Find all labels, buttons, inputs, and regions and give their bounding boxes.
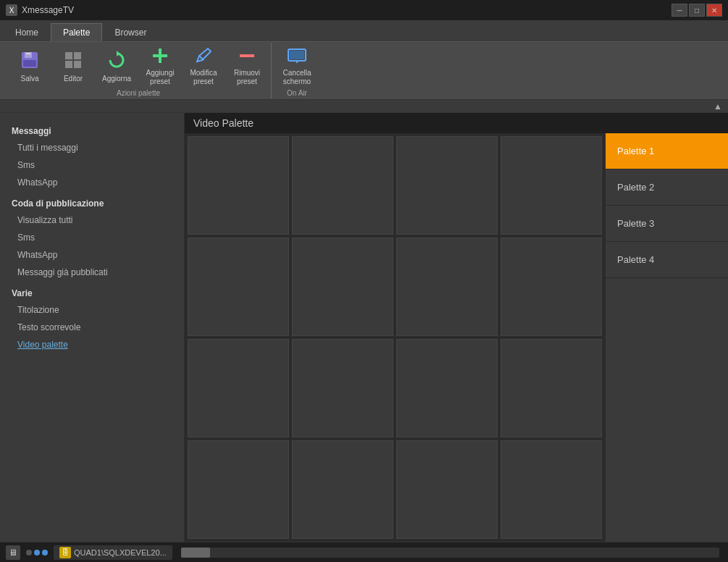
collapse-arrow-icon[interactable]: ▲ [714,101,722,112]
palette-list-item-4[interactable]: Palette 4 [606,242,728,278]
palette-cell-1-1[interactable] [292,238,393,336]
svg-rect-7 [74,61,81,68]
sidebar-section-varie: Varie [0,281,184,301]
palette-grid [185,133,605,542]
palette-grid-container: Palette 1 Palette 2 Palette 3 Palette 4 [185,133,728,542]
toolbar-group-actions: Salva Editor [6,43,272,98]
aggiungi-preset-label: Aggiungi preset [142,69,178,86]
palette-list-item-3[interactable]: Palette 3 [606,206,728,242]
tab-browser[interactable]: Browser [102,23,159,41]
screen-icon [285,46,309,66]
palette-cell-1-0[interactable] [188,238,289,336]
tab-palette[interactable]: Palette [51,23,102,41]
sidebar-item-tutti-messaggi[interactable]: Tutti i messaggi [0,139,184,156]
sidebar-section-messaggi: Messaggi [0,119,184,139]
collapse-bar[interactable]: ▲ [0,100,728,113]
statusbar-db-text: QUAD1\SQLXDEVEL20... [74,548,167,557]
palette-title-bar: Video Palette [185,113,728,133]
palette-cell-2-0[interactable] [188,339,289,437]
palette-cell-2-1[interactable] [292,339,393,437]
save-icon [18,49,41,72]
palette-cell-3-3[interactable] [501,440,602,539]
palette-cell-0-2[interactable] [396,136,498,235]
palette-cell-1-3[interactable] [501,238,602,336]
palette-cell-2-2[interactable] [396,339,498,437]
menu-tabs: Home Palette Browser [0,20,728,42]
statusbar-db-info: 🗄 QUAD1\SQLXDEVEL20... [54,545,172,560]
remove-preset-icon [235,46,259,66]
statusbar-dot-1 [26,550,32,555]
statusbar-app-icon: 🖥 [6,545,20,560]
sidebar-item-testo-scorrevole[interactable]: Testo scorrevole [0,319,184,336]
statusbar: 🖥 🗄 QUAD1\SQLXDEVEL20... [0,542,728,562]
svg-rect-6 [65,61,72,68]
statusbar-dots [26,550,48,555]
svg-rect-5 [74,52,81,59]
sidebar-item-messaggi-pubblicati[interactable]: Messaggi già pubblicati [0,264,184,281]
refresh-icon [105,49,128,72]
modifica-preset-label: Modifica preset [185,69,222,86]
palette-cell-3-0[interactable] [188,440,289,539]
editor-label: Editor [64,75,83,83]
rimuovi-preset-label: Rimuovi preset [229,69,265,86]
main-content: Messaggi Tutti i messaggi Sms WhatsApp C… [0,113,728,542]
app-title: XmessageTV [22,5,74,15]
aggiorna-label: Aggiorna [102,75,131,83]
add-preset-icon [148,46,172,66]
palette-area: Video Palette [185,113,728,542]
palette-list: Palette 1 Palette 2 Palette 3 Palette 4 [605,133,728,542]
toolbar-onair-items: Cancellaschermo [276,43,318,89]
palette-list-item-1[interactable]: Palette 1 [606,133,728,169]
aggiorna-button[interactable]: Aggiorna [96,43,138,89]
titlebar: X XmessageTV ─ □ ✕ [0,0,728,20]
palette-cell-0-0[interactable] [188,136,289,235]
svg-rect-3 [23,60,36,67]
palette-cell-0-3[interactable] [501,136,602,235]
cancella-schermo-button[interactable]: Cancellaschermo [276,43,318,89]
maximize-button[interactable]: □ [689,4,705,17]
palette-cell-3-2[interactable] [396,440,498,539]
toolbar-items: Salva Editor [9,43,268,89]
sidebar: Messaggi Tutti i messaggi Sms WhatsApp C… [0,113,185,542]
toolbar-group-onair: Cancellaschermo On Air [273,43,321,98]
statusbar-scrollbar[interactable] [181,548,719,558]
statusbar-scrollbar-thumb [181,548,210,558]
cancella-schermo-label: Cancellaschermo [283,69,311,86]
svg-rect-2 [26,53,30,54]
sidebar-item-sms[interactable]: Sms [0,156,184,174]
palette-cell-2-3[interactable] [501,339,602,437]
tab-home[interactable]: Home [3,23,51,41]
salva-label: Salva [20,75,38,83]
window-controls[interactable]: ─ □ ✕ [671,4,722,17]
toolbar-group2-label: On Air [276,89,318,98]
modifica-preset-button[interactable]: Modifica preset [183,43,225,89]
sidebar-item-sms-pub[interactable]: Sms [0,229,184,246]
editor-icon [62,49,85,72]
salva-button[interactable]: Salva [9,43,51,89]
sidebar-section-coda: Coda di pubblicazione [0,191,184,211]
sidebar-item-titolazione[interactable]: Titolazione [0,301,184,319]
sidebar-item-visualizza-tutti[interactable]: Visualizza tutti [0,211,184,229]
close-button[interactable]: ✕ [706,4,722,17]
palette-cell-0-1[interactable] [292,136,393,235]
svg-rect-13 [290,51,304,59]
edit-preset-icon [192,46,215,66]
palette-title: Video Palette [193,117,254,129]
palette-cell-3-1[interactable] [292,440,393,539]
rimuovi-preset-button[interactable]: Rimuovi preset [226,43,268,89]
svg-rect-4 [65,52,72,59]
palette-list-item-2[interactable]: Palette 2 [606,169,728,206]
statusbar-dot-2 [34,550,40,555]
titlebar-left: X XmessageTV [6,4,74,16]
toolbar: Salva Editor [0,42,728,100]
sidebar-item-whatsapp-pub[interactable]: WhatsApp [0,246,184,264]
sidebar-item-video-palette[interactable]: Video palette [0,336,184,353]
palette-cell-1-2[interactable] [396,238,498,336]
aggiungi-preset-button[interactable]: Aggiungi preset [139,43,181,89]
minimize-button[interactable]: ─ [671,4,687,17]
editor-button[interactable]: Editor [52,43,94,89]
statusbar-dot-3 [42,550,48,555]
app-icon: X [6,4,17,16]
toolbar-group1-label: Azioni palette [9,89,268,98]
sidebar-item-whatsapp[interactable]: WhatsApp [0,174,184,191]
